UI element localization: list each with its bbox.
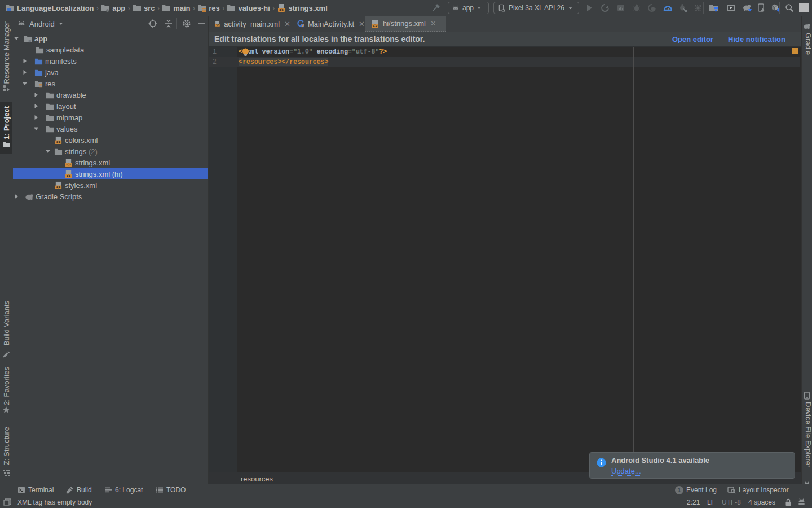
svg-text:<>: <> (56, 186, 61, 190)
svg-text:<>: <> (67, 174, 71, 178)
svg-text:<>: <> (279, 8, 284, 12)
svg-text:<>: <> (216, 24, 219, 27)
svg-text:<>: <> (67, 163, 71, 167)
svg-text:<>: <> (373, 24, 377, 28)
svg-text:<>: <> (56, 141, 61, 144)
